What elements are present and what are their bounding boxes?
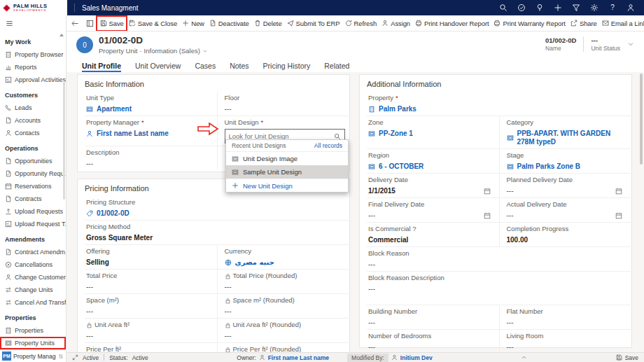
- sidebar-item-opportunities[interactable]: Opportunities: [0, 155, 66, 167]
- field-region[interactable]: Region 6 - OCTOBER: [367, 149, 499, 173]
- save-button[interactable]: Save: [97, 17, 126, 30]
- field-number-of-bedrooms[interactable]: Number of Bedrooms ---: [367, 330, 499, 352]
- field-zone[interactable]: Zone PP-Zone 1: [367, 116, 499, 148]
- chevron-down-icon[interactable]: [202, 48, 208, 54]
- field-living-room[interactable]: Living Room ---: [499, 330, 631, 352]
- field-completion-progress[interactable]: Completion Progress 100.00: [499, 223, 631, 246]
- field-space[interactable]: Space (m²) ---: [85, 294, 217, 318]
- expand-icon[interactable]: [72, 354, 78, 361]
- assign-button[interactable]: Assign: [379, 17, 413, 30]
- field-property[interactable]: Property* Palm Parks: [367, 92, 631, 116]
- filter-icon[interactable]: [572, 4, 580, 12]
- sidebar-item-contracts[interactable]: Contracts: [0, 193, 66, 205]
- footer-save-button[interactable]: Save: [616, 354, 638, 361]
- sidebar-item-cancellations[interactable]: Cancellations: [0, 258, 66, 271]
- field-flat-number[interactable]: Flat Number ---: [499, 305, 631, 329]
- email-a-link-button[interactable]: Email a Link: [599, 17, 644, 30]
- sidebar-item-reservations[interactable]: Reservations: [0, 180, 66, 193]
- tab-notes[interactable]: Notes: [230, 62, 248, 72]
- calendar-icon[interactable]: [484, 188, 491, 195]
- field-currency[interactable]: Currency جنيه مصري: [217, 245, 349, 269]
- sidebar-item-upload-requests[interactable]: Upload Requests: [0, 205, 66, 218]
- field-floor[interactable]: Floor ---: [217, 92, 349, 116]
- tab-related[interactable]: Related: [324, 62, 349, 72]
- content-scrollbar-thumb[interactable]: [640, 74, 643, 165]
- tab-unit-overview[interactable]: Unit Overview: [135, 62, 181, 72]
- owner-value[interactable]: First name Last name: [268, 354, 329, 361]
- calendar-icon[interactable]: [615, 188, 622, 195]
- field-category[interactable]: Category PPB-APART. WITH GARDEN 278M typ…: [499, 116, 631, 148]
- search-icon[interactable]: [499, 4, 507, 12]
- back-button[interactable]: [68, 17, 83, 30]
- property-manager-value[interactable]: First name Last name: [97, 130, 169, 138]
- tab-unit-profile[interactable]: Unit Profile: [82, 62, 121, 72]
- field-final-delivery-date[interactable]: Final Delivery Date ---: [367, 198, 499, 222]
- flyout-item-sample-unit-design[interactable]: Sample Unit Design: [226, 165, 348, 179]
- help-icon[interactable]: ?: [608, 4, 617, 12]
- share-button[interactable]: Share: [568, 17, 599, 30]
- tab-pricing-history[interactable]: Pricing History: [263, 62, 311, 72]
- field-price-per-ft[interactable]: Price Per ft² ---: [85, 343, 217, 352]
- lookup-search-icon[interactable]: [334, 133, 341, 140]
- calendar-icon[interactable]: [615, 212, 622, 219]
- sidebar-item-contract-amendments[interactable]: Contract Amendm...: [0, 246, 66, 258]
- sidebar-scrollbar[interactable]: [63, 81, 65, 200]
- sidebar-item-cancel-and-transfer[interactable]: Cancel And Transf...: [0, 296, 66, 309]
- sidebar-item-reports[interactable]: Reports: [0, 61, 66, 74]
- flyout-all-records-link[interactable]: All records: [314, 142, 342, 149]
- check-circle-icon[interactable]: [517, 4, 526, 12]
- flyout-new-unit-design[interactable]: New Unit Design: [226, 179, 348, 192]
- collapse-footer-chevron-icon[interactable]: [521, 354, 527, 361]
- print-warranty-report-button[interactable]: Print Warranty Report: [491, 17, 568, 30]
- pricing-structure-value[interactable]: 01/002-0D: [97, 209, 130, 218]
- field-stage[interactable]: Stage Palm Parks Zone B: [499, 149, 631, 173]
- header-expand-chevron-icon[interactable]: [627, 41, 634, 48]
- field-planned-delivery-date[interactable]: Planned Delivery Date ---: [499, 174, 631, 197]
- owner-field[interactable]: Owner: First name Last name: [237, 354, 329, 361]
- calendar-icon[interactable]: [484, 212, 491, 219]
- field-description[interactable]: Description ---: [85, 146, 217, 170]
- delete-button[interactable]: Delete: [251, 17, 284, 30]
- stage-value[interactable]: Palm Parks Zone B: [517, 162, 581, 171]
- form-selector[interactable]: Information (Sales): [144, 47, 200, 55]
- quick-create-plus-icon[interactable]: [554, 4, 562, 12]
- modified-by-value[interactable]: Initium Dev: [400, 354, 433, 361]
- region-value[interactable]: 6 - OCTOBER: [379, 162, 424, 171]
- print-handover-report-button[interactable]: Print Handover Report: [413, 17, 491, 30]
- zone-value[interactable]: PP-Zone 1: [379, 130, 413, 138]
- new-button[interactable]: New: [180, 17, 207, 30]
- form-navigator-button[interactable]: [83, 17, 97, 30]
- sidebar-item-approval-activities[interactable]: Approval Activities: [0, 74, 66, 86]
- field-total-price[interactable]: Total Price ---: [85, 270, 217, 293]
- field-offering[interactable]: Offering Selling: [85, 245, 217, 269]
- submit-to-erp-button[interactable]: Submit To ERP: [284, 17, 342, 30]
- deactivate-button[interactable]: Deactivate: [206, 17, 251, 30]
- save-and-close-button[interactable]: Save & Close: [126, 17, 179, 30]
- field-block-reason[interactable]: Block Reason ---: [367, 247, 631, 271]
- category-value[interactable]: PPB-APART. WITH GARDEN 278M typeD: [517, 130, 626, 146]
- field-block-reason-description[interactable]: Block Reason Description ---: [367, 272, 631, 305]
- flyout-item-unit-design-image[interactable]: Unit Design Image: [226, 152, 348, 165]
- sidebar-item-opportunity-requests[interactable]: Opportunity Requ...: [0, 167, 66, 180]
- sidebar-item-change-units[interactable]: Change Units: [0, 284, 66, 296]
- field-pricing-structure[interactable]: Pricing Structure 01/002-0D: [85, 196, 349, 220]
- lightbulb-icon[interactable]: [536, 4, 544, 12]
- currency-value[interactable]: جنيه مصري: [235, 258, 274, 267]
- tab-cases[interactable]: Cases: [195, 62, 216, 72]
- property-value[interactable]: Palm Parks: [379, 105, 416, 113]
- field-delivery-date[interactable]: Delivery Date 1/1/2015: [367, 174, 499, 197]
- refresh-button[interactable]: Refresh: [342, 17, 379, 30]
- field-building-number[interactable]: Building Number ---: [367, 305, 499, 329]
- field-pricing-method[interactable]: Pricing Method Gross Square Meter: [85, 221, 349, 244]
- field-is-commercial[interactable]: Is Commercial ? Commercial: [367, 223, 499, 246]
- sidebar-scroll-up-arrow[interactable]: [59, 34, 64, 36]
- sidebar-item-leads[interactable]: Leads: [0, 102, 66, 114]
- hamburger-menu-icon[interactable]: [6, 20, 13, 27]
- sidebar-item-properties[interactable]: Properties: [0, 324, 66, 337]
- modified-by-field[interactable]: Modified By: Initium Dev: [329, 354, 433, 362]
- sidebar-item-upload-request-t[interactable]: Upload Request T...: [0, 218, 66, 230]
- settings-gear-icon[interactable]: [590, 4, 598, 12]
- sidebar-item-property-units[interactable]: Property Units: [0, 337, 66, 349]
- user-account-icon[interactable]: [626, 4, 635, 12]
- field-unit-type[interactable]: Unit Type Apartment: [85, 92, 217, 116]
